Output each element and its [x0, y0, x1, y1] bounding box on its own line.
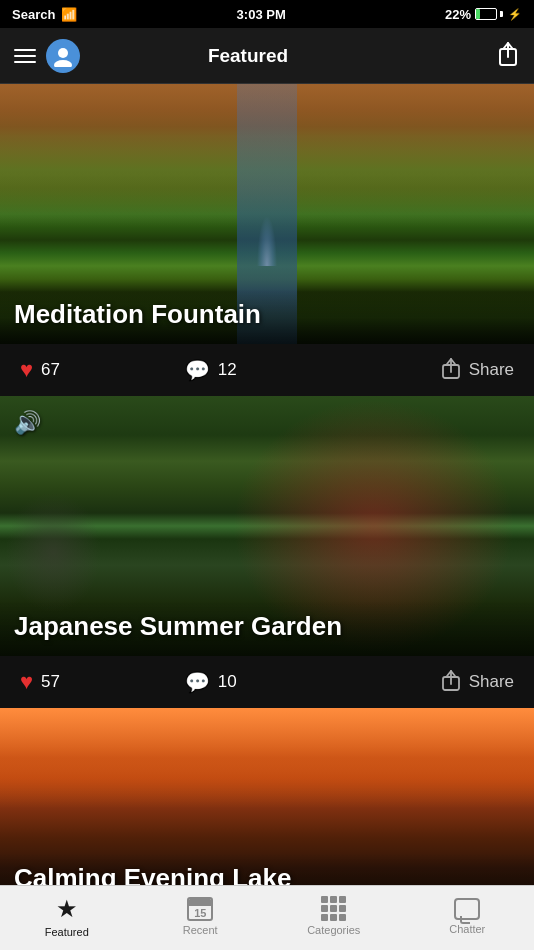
- card-japanese: 🔊 Japanese Summer Garden ♥ 57 💬 10: [0, 396, 534, 708]
- tab-chatter-label: Chatter: [449, 923, 485, 935]
- volume-icon[interactable]: 🔊: [14, 410, 41, 436]
- share-label-japanese: Share: [469, 672, 514, 692]
- header: Featured: [0, 28, 534, 84]
- heart-icon-2: ♥: [20, 669, 33, 695]
- heart-icon: ♥: [20, 357, 33, 383]
- share-action-icon: [441, 357, 461, 384]
- card-title-japanese: Japanese Summer Garden: [14, 611, 520, 642]
- card-image-meditation[interactable]: Meditation Fountain: [0, 84, 534, 344]
- share-button-meditation[interactable]: Share: [349, 357, 514, 384]
- tab-featured[interactable]: ★ Featured: [0, 895, 134, 942]
- like-count-meditation: 67: [41, 360, 60, 380]
- card-meditation: Meditation Fountain ♥ 67 💬 12: [0, 84, 534, 396]
- grid-icon: [321, 896, 346, 921]
- star-icon: ★: [56, 895, 78, 923]
- action-bar-japanese: ♥ 57 💬 10 Share: [0, 656, 534, 708]
- content-scroll[interactable]: Meditation Fountain ♥ 67 💬 12: [0, 84, 534, 885]
- charging-icon: ⚡: [508, 8, 522, 21]
- share-button-japanese[interactable]: Share: [349, 669, 514, 696]
- tab-featured-label: Featured: [45, 926, 89, 938]
- status-time: 3:03 PM: [237, 7, 286, 22]
- card-text-meditation: Meditation Fountain: [0, 289, 534, 344]
- tab-categories[interactable]: Categories: [267, 896, 401, 940]
- wifi-icon: 📶: [61, 7, 77, 22]
- card-image-japanese[interactable]: 🔊 Japanese Summer Garden: [0, 396, 534, 656]
- tab-categories-label: Categories: [307, 924, 360, 936]
- fountain-decoration: [252, 206, 282, 266]
- card-text-lake: Calming Evening Lake: [0, 853, 534, 885]
- action-bar-meditation: ♥ 67 💬 12 Share: [0, 344, 534, 396]
- like-button-meditation[interactable]: ♥ 67: [20, 357, 185, 383]
- tab-bar: ★ Featured 15 Recent Categories Chatter: [0, 885, 534, 950]
- comment-count-japanese: 10: [218, 672, 237, 692]
- battery-icon: [475, 8, 503, 20]
- chat-icon: [454, 898, 480, 920]
- battery-percent: 22%: [445, 7, 471, 22]
- search-carrier: Search: [12, 7, 55, 22]
- status-right: 22% ⚡: [445, 7, 522, 22]
- share-label-meditation: Share: [469, 360, 514, 380]
- tab-recent-label: Recent: [183, 924, 218, 936]
- status-left: Search 📶: [12, 7, 77, 22]
- comment-icon-2: 💬: [185, 670, 210, 694]
- page-title: Featured: [0, 45, 496, 67]
- share-button[interactable]: [496, 39, 520, 73]
- card-image-lake[interactable]: Calming Evening Lake: [0, 708, 534, 885]
- calendar-icon: 15: [187, 897, 213, 921]
- card-title-meditation: Meditation Fountain: [14, 299, 520, 330]
- status-bar: Search 📶 3:03 PM 22% ⚡: [0, 0, 534, 28]
- share-action-icon-2: [441, 669, 461, 696]
- card-title-lake: Calming Evening Lake: [14, 863, 520, 885]
- like-button-japanese[interactable]: ♥ 57: [20, 669, 185, 695]
- card-text-japanese: Japanese Summer Garden: [0, 601, 534, 656]
- tab-chatter[interactable]: Chatter: [401, 898, 535, 939]
- comment-icon: 💬: [185, 358, 210, 382]
- tab-recent[interactable]: 15 Recent: [134, 897, 268, 940]
- comment-button-japanese[interactable]: 💬 10: [185, 670, 350, 694]
- comment-count-meditation: 12: [218, 360, 237, 380]
- like-count-japanese: 57: [41, 672, 60, 692]
- comment-button-meditation[interactable]: 💬 12: [185, 358, 350, 382]
- card-lake: Calming Evening Lake: [0, 708, 534, 885]
